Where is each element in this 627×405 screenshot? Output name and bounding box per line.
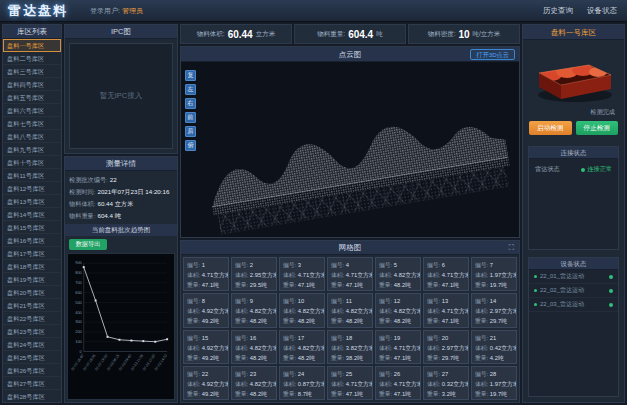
svg-text:200: 200 [75,329,82,334]
view-buttons: 复左右前后俯 [185,70,196,151]
grid-cell[interactable]: 编号: 8 体积: 4.92立方米 重量: 49.2吨 [183,293,229,327]
connection-row-value: 连接正常 [581,165,612,174]
storage-list-item[interactable]: 盘料26号库区 [3,364,61,377]
stat-unit: 吨/立方米 [473,30,501,39]
storage-list-item[interactable]: 盘料24号库区 [3,338,61,351]
connection-title: 连接状态 [529,147,618,159]
top-bar-button[interactable]: 设备状态 [587,6,617,16]
device-status-item[interactable]: 22_03_雷达运动 [529,298,618,312]
storage-list-item-label: 盘料二号库区 [7,55,44,62]
grid-panel: 网格图 ⛶ 编号: 1 体积: 4.71立方米 重量: 47.1吨 编号: 2 … [180,240,520,403]
storage-list-item[interactable]: 盘料五号库区 [3,91,61,104]
storage-list-item[interactable]: 盘料17号库区 [3,247,61,260]
grid-cell[interactable]: 编号: 11 体积: 4.82立方米 重量: 48.2吨 [327,293,373,327]
view-control-button[interactable]: 后 [185,126,196,137]
stats-bar: 物料体积:60.44立方米物料重量:604.4吨物料密度:10吨/立方米 [180,24,520,44]
grid-cell[interactable]: 编号: 25 体积: 4.71立方米 重量: 47.1吨 [327,366,373,400]
stat-label: 物料重量: [317,30,345,39]
storage-list-item[interactable]: 盘料12号库区 [3,182,61,195]
storage-list-item-label: 盘料七号库区 [7,120,44,127]
view-control-button[interactable]: 俯 [185,140,196,151]
storage-list-item[interactable]: 盘料八号库区 [3,130,61,143]
view-control-button[interactable]: 复 [185,70,196,81]
device-status-item[interactable]: 22_02_雷达运动 [529,284,618,298]
grid-expand-icon[interactable]: ⛶ [509,241,514,255]
login-info: 登录用户:管理员 [90,6,143,16]
svg-text:400: 400 [75,310,82,315]
storage-list-item[interactable]: 盘料22号库区 [3,312,61,325]
stop-detect-button[interactable]: 停止检测 [576,121,619,135]
grid-cell[interactable]: 编号: 23 体积: 4.82立方米 重量: 48.2吨 [231,366,277,400]
open-3d-button[interactable]: 打开3D点云 [470,49,515,60]
bunker-3d-model [531,47,618,105]
status-dot-icon [609,303,613,307]
storage-list-item[interactable]: 盘料四号库区 [3,78,61,91]
top-bar-button[interactable]: 历史查询 [543,6,573,16]
grid-cell[interactable]: 编号: 24 体积: 0.87立方米 重量: 8.7吨 [279,366,325,400]
storage-list-item[interactable]: 盘料14号库区 [3,208,61,221]
grid-cell[interactable]: 编号: 5 体积: 4.82立方米 重量: 48.2吨 [375,257,421,291]
trend-title: 当前盘料批次趋势图 [65,224,177,236]
grid-cell[interactable]: 编号: 26 体积: 4.71立方米 重量: 47.1吨 [375,366,421,400]
storage-list-item-label: 盘料16号库区 [7,237,45,244]
grid-cell[interactable]: 编号: 10 体积: 4.82立方米 重量: 48.2吨 [279,293,325,327]
start-detect-button[interactable]: 启动检测 [529,121,572,135]
storage-list-item-label: 盘料三号库区 [7,68,44,75]
grid-cell[interactable]: 编号: 18 体积: 3.82立方米 重量: 38.2吨 [327,330,373,364]
storage-list-item[interactable]: 盘料六号库区 [3,104,61,117]
view-control-button[interactable]: 右 [185,98,196,109]
grid-cell[interactable]: 编号: 2 体积: 2.95立方米 重量: 29.5吨 [231,257,277,291]
top-bar-button-label: 设备状态 [587,6,617,15]
svg-text:800: 800 [75,270,82,275]
storage-list-item[interactable]: 盘料十号库区 [3,156,61,169]
svg-text:100: 100 [75,339,82,344]
svg-text:500: 500 [75,300,82,305]
view-control-button[interactable]: 左 [185,84,196,95]
grid-cell[interactable]: 编号: 28 体积: 1.97立方米 重量: 19.7吨 [471,366,517,400]
storage-list-item[interactable]: 盘料21号库区 [3,299,61,312]
grid-cell[interactable]: 编号: 14 体积: 2.97立方米 重量: 29.7吨 [471,293,517,327]
grid-cell[interactable]: 编号: 20 体积: 2.97立方米 重量: 29.7吨 [423,330,469,364]
storage-list-item-label: 盘料十号库区 [7,159,44,166]
stat-value: 60.44 [228,29,253,40]
pointcloud-viewport[interactable]: 复左右前后俯 [181,62,519,237]
grid-cell[interactable]: 编号: 1 体积: 4.71立方米 重量: 47.1吨 [183,257,229,291]
storage-list-item[interactable]: 盘料11号库区 [3,169,61,182]
storage-list-item[interactable]: 盘料23号库区 [3,325,61,338]
storage-list-item[interactable]: 盘料七号库区 [3,117,61,130]
storage-list-item[interactable]: 盘料九号库区 [3,143,61,156]
grid-cell[interactable]: 编号: 22 体积: 4.92立方米 重量: 49.2吨 [183,366,229,400]
grid-cell[interactable]: 编号: 12 体积: 4.82立方米 重量: 48.2吨 [375,293,421,327]
grid-cell[interactable]: 编号: 3 体积: 4.71立方米 重量: 47.1吨 [279,257,325,291]
grid-cell[interactable]: 编号: 6 体积: 4.71立方米 重量: 47.1吨 [423,257,469,291]
export-data-button[interactable]: 数据导出 [69,239,107,250]
grid-cell[interactable]: 编号: 7 体积: 1.97立方米 重量: 19.7吨 [471,257,517,291]
grid-cell[interactable]: 编号: 21 体积: 0.42立方米 重量: 4.2吨 [471,330,517,364]
storage-list-item[interactable]: 盘料13号库区 [3,195,61,208]
storage-list-item[interactable]: 盘料28号库区 [3,390,61,403]
device-status-item[interactable]: 22_01_雷达运动 [529,270,618,284]
grid-cell[interactable]: 编号: 27 体积: 0.32立方米 重量: 3.2吨 [423,366,469,400]
storage-list-item[interactable]: 盘料15号库区 [3,221,61,234]
grid-cell[interactable]: 编号: 13 体积: 4.71立方米 重量: 47.1吨 [423,293,469,327]
device-name: 22_02_雷达运动 [540,286,606,295]
grid-cell[interactable]: 编号: 19 体积: 4.71立方米 重量: 47.1吨 [375,330,421,364]
grid-cell[interactable]: 编号: 4 体积: 4.71立方米 重量: 47.1吨 [327,257,373,291]
storage-list-item[interactable]: 盘料一号库区 [3,39,61,52]
grid-cell[interactable]: 编号: 17 体积: 4.82立方米 重量: 48.2吨 [279,330,325,364]
status-dot-icon [609,275,613,279]
storage-list-item[interactable]: 盘料二号库区 [3,52,61,65]
storage-list-item-label: 盘料27号库区 [7,380,45,387]
grid-cell[interactable]: 编号: 16 体积: 4.82立方米 重量: 48.2吨 [231,330,277,364]
storage-list-item[interactable]: 盘料三号库区 [3,65,61,78]
storage-list-item[interactable]: 盘料18号库区 [3,260,61,273]
view-control-button[interactable]: 前 [185,112,196,123]
grid-cell[interactable]: 编号: 9 体积: 4.82立方米 重量: 48.2吨 [231,293,277,327]
storage-list-item[interactable]: 盘料16号库区 [3,234,61,247]
storage-list-item[interactable]: 盘料25号库区 [3,351,61,364]
grid-cell[interactable]: 编号: 15 体积: 4.92立方米 重量: 49.2吨 [183,330,229,364]
storage-list-item[interactable]: 盘料19号库区 [3,273,61,286]
login-user[interactable]: 管理员 [122,7,143,14]
storage-list-item[interactable]: 盘料20号库区 [3,286,61,299]
storage-list-item[interactable]: 盘料27号库区 [3,377,61,390]
